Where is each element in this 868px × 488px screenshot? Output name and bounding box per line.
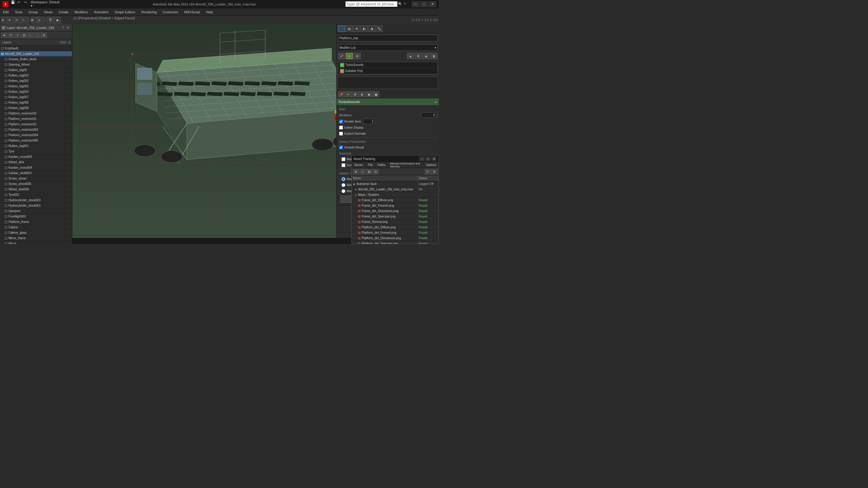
modifier-list-view-btn[interactable]: ≡ — [346, 53, 353, 59]
search-btn[interactable]: 🔍 — [398, 2, 404, 6]
hierarchy-icon[interactable]: ⚙ — [353, 25, 360, 32]
menu-animation[interactable]: Animation — [91, 8, 112, 15]
smoothing-groups-checkbox[interactable] — [341, 163, 345, 167]
utilities-icon[interactable]: 🔧 — [375, 25, 383, 32]
at-row[interactable]: ▸Maps / Shaders — [352, 192, 438, 198]
menu-tools[interactable]: Tools — [12, 8, 26, 15]
menu-edit[interactable]: Edit — [0, 8, 12, 15]
layer-item[interactable]: Tyre··· — [0, 149, 72, 154]
layer-visibility-dot[interactable] — [5, 134, 7, 136]
layer-item[interactable]: Rollers_big00··· — [0, 67, 72, 73]
layer-visibility-dot[interactable] — [5, 85, 7, 88]
at-btn-refresh[interactable]: ↻ — [425, 169, 431, 174]
layer-item[interactable]: 0 (default)··· — [0, 46, 72, 51]
at-menu-options[interactable]: Options — [424, 162, 438, 168]
asset-tracking-maximize-btn[interactable]: □ — [425, 156, 431, 161]
layer-visibility-dot[interactable] — [5, 199, 7, 201]
create-panel-icon[interactable]: ⬛ — [338, 25, 345, 32]
at-menu-paths[interactable]: Paths — [375, 162, 388, 168]
when-rendering-radio[interactable] — [341, 183, 345, 187]
always-radio[interactable] — [341, 177, 345, 181]
explicit-normals-checkbox[interactable] — [339, 132, 343, 135]
layer-visibility-dot[interactable] — [5, 210, 7, 213]
layer-visibility-dot[interactable] — [5, 64, 7, 66]
at-row[interactable]: 🖼Frame_dirt_Glossiness.pngFound — [352, 208, 438, 214]
undo-btn[interactable]: ↩ — [18, 0, 24, 8]
menu-group[interactable]: Group — [26, 8, 41, 15]
layer-item[interactable]: Rollers_big008··· — [0, 105, 72, 111]
layer-delete-btn[interactable]: ✕ — [8, 33, 14, 38]
mod-view-icon[interactable]: ≡ — [345, 91, 351, 97]
viewport-3d[interactable] — [72, 24, 336, 244]
layer-visibility-dot[interactable] — [5, 242, 7, 244]
move-btn[interactable]: ✛ — [8, 17, 15, 24]
layer-item[interactable]: Steering_Wheel··· — [0, 62, 72, 67]
layer-visibility-dot[interactable] — [5, 167, 7, 169]
layer-item[interactable]: Screw_wheel··· — [0, 176, 72, 181]
redo-btn[interactable]: ↪ — [24, 0, 30, 8]
at-row[interactable]: 🖼Frame_dirt_Specular.pngFound — [352, 214, 438, 219]
render-iters-input[interactable] — [363, 119, 375, 124]
menu-modifiers[interactable]: Modifiers — [71, 8, 91, 15]
render-iters-checkbox[interactable] — [339, 120, 343, 124]
angle-snap-btn[interactable]: ∠ — [38, 17, 44, 24]
manually-radio[interactable] — [341, 189, 345, 193]
layer-item[interactable]: Rollers_big001··· — [0, 143, 72, 149]
menu-maxscript[interactable]: MAXScript — [181, 8, 203, 15]
iterations-input[interactable] — [421, 112, 436, 118]
help-btn[interactable]: ? — [404, 2, 409, 6]
toggle-btn[interactable]: ☰ — [68, 41, 71, 44]
menu-views[interactable]: Views — [41, 8, 56, 15]
mod-sub2[interactable]: ◉ — [366, 91, 372, 97]
layer-visibility-dot[interactable] — [1, 47, 4, 50]
layer-item[interactable]: Cardan_shaft004··· — [0, 170, 72, 176]
layer-item[interactable]: Aircraft_25K_Loader_Old··· — [0, 51, 72, 57]
at-menu-server[interactable]: Server — [352, 162, 365, 168]
layer-item[interactable]: Cabine··· — [0, 225, 72, 230]
layer-item[interactable]: Platform_restrictor01··· — [0, 116, 72, 122]
layer-visibility-dot[interactable] — [5, 118, 7, 120]
layer-item[interactable]: Kardan_cross004··· — [0, 165, 72, 170]
layer-visibility-dot[interactable] — [5, 172, 7, 174]
at-row[interactable]: 🖼Platform_dirt_Diffuse.pngFound — [352, 225, 438, 230]
mod-sub3[interactable]: ▣ — [373, 91, 379, 97]
layer-visibility-dot[interactable] — [5, 74, 7, 77]
mod-config-icon[interactable]: ⚙ — [352, 91, 358, 97]
minimize-btn[interactable]: ─ — [412, 1, 420, 7]
layer-icon[interactable]: ■ — [2, 26, 5, 30]
pin-btn[interactable]: 📌 — [338, 53, 345, 59]
layer-item[interactable]: Rollers_big004··· — [0, 89, 72, 95]
at-row[interactable]: 🖼Platform_dirt_Specular.pngFound — [352, 241, 438, 244]
layer-item[interactable]: Platform_restrictor00··· — [0, 111, 72, 116]
menu-help[interactable]: Help — [203, 8, 216, 15]
at-row[interactable]: 🖼Frame_dirt_Diffuse.pngFound — [352, 198, 438, 203]
asset-tracking-minimize-btn[interactable]: ─ — [419, 156, 425, 161]
layer-visibility-dot[interactable] — [5, 204, 7, 207]
at-btn-settings[interactable]: ⚙ — [431, 169, 437, 174]
maximize-btn[interactable]: □ — [420, 1, 428, 7]
render-scene-btn[interactable]: 🎬 — [46, 17, 54, 24]
layer-move-btn[interactable]: ↓ — [34, 33, 40, 38]
menu-graph-editors[interactable]: Graph Editors — [112, 8, 138, 15]
layer-visibility-dot[interactable] — [5, 232, 7, 234]
asset-tracking-close-btn[interactable]: ✕ — [431, 156, 437, 161]
at-row[interactable]: ◉Autodesk VaultLogged Off — [352, 181, 438, 187]
remove-mod-btn[interactable]: 🗑 — [430, 53, 438, 59]
layer-visibility-dot[interactable] — [5, 101, 7, 104]
layer-visibility-dot[interactable] — [5, 58, 7, 61]
layer-visibility-dot[interactable] — [5, 188, 7, 191]
at-btn-list[interactable]: ≡ — [360, 169, 366, 174]
mod-sub1[interactable]: ◈ — [359, 91, 365, 97]
layer-visibility-dot[interactable] — [5, 216, 7, 218]
scale-btn[interactable]: ⤡ — [22, 17, 29, 24]
layer-panel-close[interactable]: ✕ — [65, 25, 70, 30]
layer-visibility-dot[interactable] — [5, 123, 7, 126]
layer-add-btn[interactable]: + — [14, 33, 21, 38]
at-btn-detail[interactable]: ▤ — [366, 169, 372, 174]
close-btn[interactable]: ✕ — [429, 1, 436, 7]
materials-checkbox[interactable] — [341, 157, 345, 161]
layer-item[interactable]: Platform_restrictor004··· — [0, 133, 72, 138]
layer-panel-question[interactable]: ? — [61, 25, 65, 30]
search-input[interactable] — [345, 1, 398, 7]
layer-visibility-dot[interactable] — [5, 69, 7, 71]
